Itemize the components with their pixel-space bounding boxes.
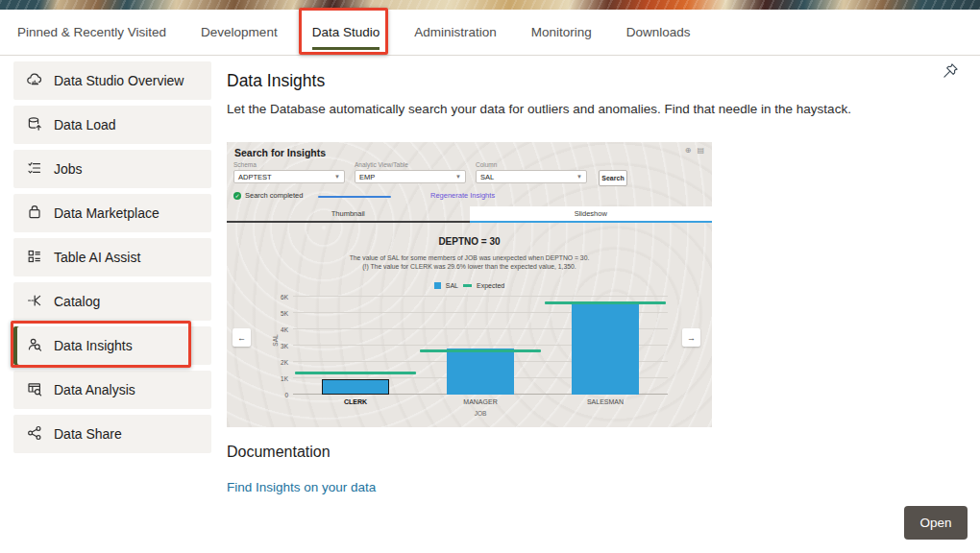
share-nodes-icon (26, 424, 43, 445)
regenerate-insights-link: Regenerate Insights (430, 191, 495, 200)
binoculars-icon: ⊕ (685, 146, 692, 155)
y-tick-label: 1K (281, 375, 288, 382)
tab-slideshow: Slideshow (470, 206, 713, 223)
legend-expected-swatch (463, 284, 472, 287)
sidebar-item-catalog[interactable]: Catalog (13, 282, 211, 321)
expected-line-salesman (545, 301, 666, 304)
x-category-label: SALESMAN (587, 398, 624, 405)
cloud-analytics-icon (26, 71, 43, 91)
sidebar-item-label: Jobs (54, 161, 83, 177)
column-label: Column (476, 161, 587, 168)
table-search-icon (26, 380, 43, 400)
preview-toolbar-icons: ⊕ ▤ (685, 146, 704, 155)
sidebar-item-label: Data Studio Overview (54, 73, 184, 88)
pushpin-icon (943, 67, 959, 82)
analytic-view-select: EMP ▼ (355, 170, 466, 183)
open-button[interactable]: Open (904, 506, 968, 540)
expected-line-manager (420, 349, 541, 352)
bar-salesman (572, 303, 639, 395)
preview-view-tabs: Thumbnail Slideshow (227, 206, 712, 223)
sidebar-item-label: Data Load (54, 117, 116, 132)
next-insight-button: → (682, 328, 700, 347)
bar-manager (447, 349, 514, 395)
analytic-view-value: EMP (359, 173, 375, 181)
insights-preview-image: Search for Insights ⊕ ▤ Schema ADPTEST ▼… (227, 142, 712, 427)
sidebar-item-label: Catalog (54, 294, 100, 309)
data-studio-sidebar: Data Studio Overview Data Load Jobs Data (13, 61, 211, 459)
sidebar-item-label: Data Marketplace (54, 205, 159, 221)
schema-value: ADPTEST (238, 173, 272, 181)
task-list-icon (26, 159, 43, 180)
y-axis-label: SAL (272, 334, 279, 346)
sidebar-item-data-share[interactable]: Data Share (13, 415, 211, 453)
status-text: Search completed (245, 191, 303, 200)
pin-button[interactable] (940, 61, 961, 83)
chevron-down-icon: ▼ (576, 174, 582, 180)
lineage-icon (26, 292, 43, 312)
y-tick-label: 6K (281, 294, 288, 301)
sidebar-item-label: Data Insights (54, 338, 133, 353)
search-button: Search (599, 170, 627, 186)
schema-select: ADPTEST ▼ (233, 170, 345, 183)
previous-insight-button: ← (233, 328, 251, 347)
chevron-down-icon: ▼ (455, 174, 461, 180)
chart-title: DEPTNO = 30 (227, 236, 712, 247)
page-description: Let the Database automatically search yo… (227, 102, 851, 116)
schema-field: Schema ADPTEST ▼ (233, 161, 345, 183)
sidebar-item-label: Table AI Assist (54, 250, 140, 265)
column-field: Column SAL ▼ (476, 161, 587, 183)
chart-subtitle: The value of SAL for some members of JOB… (227, 253, 712, 271)
y-tick-label: 5K (281, 310, 288, 317)
page-title: Data Insights (227, 71, 325, 91)
progress-bar (318, 196, 391, 198)
sidebar-item-table-ai-assist[interactable]: Table AI Assist (13, 238, 211, 276)
chevron-down-icon: ▼ (334, 174, 340, 180)
sidebar-item-data-load[interactable]: Data Load (13, 106, 211, 144)
legend-sal-swatch (434, 282, 441, 289)
chart-legend: SAL Expected (227, 282, 712, 289)
tab-pinned-recently-visited[interactable]: Pinned & Recently Visited (0, 10, 184, 55)
analytic-view-field: Analytic View/Table EMP ▼ (355, 161, 466, 183)
column-value: SAL (480, 173, 494, 181)
sidebar-item-data-analysis[interactable]: Data Analysis (13, 371, 211, 409)
chart-subtitle-line1: The value of SAL for some members of JOB… (227, 253, 712, 262)
x-category-label: CLERK (344, 398, 367, 405)
legend-expected-label: Expected (477, 282, 504, 289)
tab-thumbnail: Thumbnail (227, 206, 470, 223)
column-select: SAL ▼ (476, 170, 587, 183)
sidebar-item-data-studio-overview[interactable]: Data Studio Overview (13, 61, 211, 100)
database-upload-icon (26, 115, 43, 135)
documentation-heading: Documentation (227, 444, 331, 461)
sidebar-item-data-insights[interactable]: Data Insights (13, 326, 211, 365)
schema-label: Schema (233, 161, 345, 168)
y-tick-label: 2K (281, 359, 288, 366)
legend-sal-label: SAL (446, 282, 458, 289)
preview-title: Search for Insights (234, 147, 326, 158)
shopping-bag-icon (26, 204, 43, 224)
chart-subtitle-line2: (!) The value for CLERK was 29.6% lower … (227, 262, 712, 271)
sidebar-item-data-marketplace[interactable]: Data Marketplace (13, 194, 211, 232)
sidebar-item-label: Data Share (54, 426, 122, 442)
layout-list-icon (26, 248, 43, 268)
y-tick-label: 0 (284, 392, 288, 398)
sidebar-item-jobs[interactable]: Jobs (13, 150, 211, 188)
bar-clerk (322, 379, 389, 395)
find-insights-link[interactable]: Find Insights on your data (227, 480, 376, 494)
y-tick-label: 3K (281, 343, 288, 349)
check-circle-icon: ✓ (233, 192, 241, 200)
x-category-label: MANAGER (463, 398, 497, 405)
main-content: Data Insights Let the Database automatic… (227, 0, 980, 553)
analytic-view-label: Analytic View/Table (355, 161, 466, 168)
sidebar-item-label: Data Analysis (54, 382, 135, 397)
expected-line-clerk (295, 372, 416, 374)
search-status: ✓ Search completed (233, 191, 303, 200)
x-axis-label: JOB (475, 410, 487, 417)
person-search-icon (26, 336, 43, 356)
bar-chart-plot: 01K2K3K4K5K6KCLERKMANAGERSALESMAN (293, 297, 668, 395)
y-tick-label: 4K (281, 326, 288, 333)
menu-icon: ▤ (697, 146, 704, 155)
